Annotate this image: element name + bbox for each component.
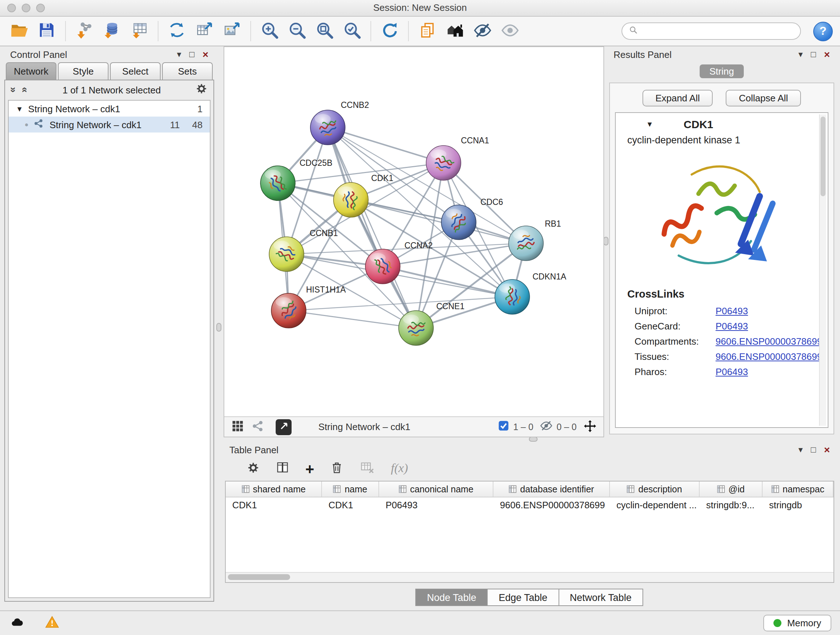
crosslink-label: Pharos: [635, 366, 715, 377]
panel-float-button[interactable]: □ [189, 50, 195, 59]
table-row[interactable]: CDK1 CDK1 P06493 9606.ENSP00000378699 cy… [226, 497, 834, 513]
hide-selected-button[interactable] [470, 19, 494, 43]
tab-select[interactable]: Select [110, 62, 161, 80]
cloud-status-button[interactable] [9, 615, 25, 631]
cloud-icon [9, 620, 25, 631]
move-icon [583, 424, 597, 435]
column-header[interactable]: @id [699, 481, 763, 497]
network-collection-row[interactable]: ▼ String Network – cdk1 1 [9, 101, 210, 117]
expand-all-button[interactable]: Expand All [643, 90, 713, 106]
crosslink-row: Tissues: 9606.ENSP00000378699 [616, 349, 828, 364]
zoom-selected-button[interactable] [340, 19, 364, 43]
network-tab-body: » « 1 of 1 Network selected ▼ String Net… [4, 80, 214, 602]
column-header[interactable]: canonical name [379, 481, 493, 497]
entry-collapse-icon[interactable]: ▼ [646, 120, 653, 128]
string-home-button[interactable] [443, 19, 467, 43]
crosslink-label: Compartments: [635, 336, 715, 347]
import-table-button[interactable] [127, 19, 151, 43]
crosslink-link[interactable]: 9606.ENSP00000378699 [715, 336, 822, 347]
open-session-button[interactable] [7, 19, 31, 43]
zoom-out-button[interactable] [285, 19, 309, 43]
eye-slash-icon [540, 419, 553, 434]
cell-description[interactable]: cyclin-dependent ... [610, 500, 699, 510]
panel-menu-button[interactable]: ▾ [177, 50, 181, 59]
zoom-fit-button[interactable] [313, 19, 336, 43]
network-view-title: String Network – cdk1 [318, 421, 410, 432]
apply-layout-button[interactable] [378, 19, 401, 43]
pan-mode-button[interactable] [583, 419, 597, 435]
panel-float-button[interactable]: □ [811, 445, 816, 454]
new-network-from-selection-button[interactable] [165, 19, 189, 43]
tab-edge-table[interactable]: Edge Table [487, 589, 559, 606]
network-share-button[interactable] [251, 419, 265, 435]
tab-sets[interactable]: Sets [162, 62, 213, 80]
cell-namespace[interactable]: stringdb [763, 500, 834, 510]
zoom-in-button[interactable] [257, 19, 281, 43]
tab-node-table[interactable]: Node Table [415, 589, 488, 606]
cell-canonical-name[interactable]: P06493 [379, 500, 493, 510]
collapse-all-button[interactable]: Collapse All [726, 90, 801, 106]
import-network-file-button[interactable] [73, 19, 96, 43]
question-mark: ? [819, 25, 827, 38]
panel-close-button[interactable]: × [824, 445, 830, 455]
tab-style[interactable]: Style [58, 62, 109, 80]
expand-networks-button[interactable]: » [8, 87, 19, 93]
network-canvas[interactable]: CCNB2CCNA1CDC25BCDK1CDC6RB1CCNB1CCNA2CDK… [224, 47, 603, 416]
export-table-button[interactable] [193, 19, 216, 43]
documents-icon [418, 21, 436, 41]
search-input[interactable] [643, 25, 794, 37]
panel-menu-button[interactable]: ▾ [798, 50, 803, 59]
table-panel-title: Table Panel [229, 444, 279, 455]
column-header[interactable]: database identifier [493, 481, 610, 497]
save-session-button[interactable] [35, 19, 58, 43]
birdseye-view-button[interactable] [231, 419, 245, 435]
selected-nodes-indicator: 1 – 0 [498, 420, 534, 434]
splitter-handle[interactable] [529, 437, 538, 442]
show-columns-button[interactable] [276, 461, 289, 477]
delete-table-button[interactable] [360, 460, 375, 477]
network-row[interactable]: ● String Network – cdk1 11 48 [9, 117, 210, 133]
column-label: @id [729, 484, 745, 494]
table-settings-button[interactable] [247, 461, 260, 476]
help-button[interactable]: ? [813, 21, 833, 41]
panel-close-button[interactable]: × [202, 49, 208, 59]
duplicate-network-button[interactable] [415, 19, 439, 43]
table-horizontal-scrollbar[interactable] [226, 572, 834, 582]
network-options-gear-button[interactable] [195, 82, 208, 97]
function-builder-button[interactable]: f(x) [391, 461, 408, 476]
create-column-button[interactable]: + [305, 461, 314, 476]
open-in-new-window-button[interactable] [276, 419, 292, 435]
results-scrollbar[interactable] [819, 114, 826, 426]
string-results-tab[interactable]: String [699, 65, 744, 78]
cell-database-identifier[interactable]: 9606.ENSP00000378699 [493, 500, 610, 510]
scrollbar-thumb[interactable] [228, 574, 290, 580]
cell-name[interactable]: CDK1 [322, 500, 379, 510]
export-image-button[interactable] [220, 19, 244, 43]
column-header[interactable]: name [322, 481, 379, 497]
cell-id[interactable]: stringdb:9... [699, 500, 763, 510]
panel-float-button[interactable]: □ [811, 50, 816, 59]
import-network-database-button[interactable] [100, 19, 124, 43]
tree-expander-icon[interactable]: ▼ [16, 105, 23, 112]
entry-description: cyclin-dependent kinase 1 [616, 133, 828, 149]
crosslink-link[interactable]: P06493 [715, 306, 748, 317]
crosslink-link[interactable]: P06493 [715, 321, 748, 332]
crosslink-link[interactable]: 9606.ENSP00000378699 [715, 351, 822, 362]
warnings-button[interactable] [44, 615, 60, 631]
memory-button[interactable]: Memory [763, 615, 831, 631]
panel-close-button[interactable]: × [824, 49, 830, 59]
column-label: shared name [253, 484, 306, 494]
show-all-button[interactable] [498, 19, 522, 43]
collapse-networks-button[interactable]: « [19, 87, 31, 93]
delete-column-button[interactable] [330, 460, 344, 477]
column-header[interactable]: namespac [763, 481, 834, 497]
crosslink-link[interactable]: P06493 [715, 366, 748, 377]
network-view-panel: CCNB2CCNA1CDC25BCDK1CDC6RB1CCNB1CCNA2CDK… [224, 46, 604, 437]
column-header[interactable]: description [610, 481, 699, 497]
tab-network-table[interactable]: Network Table [558, 589, 643, 606]
cell-shared-name[interactable]: CDK1 [226, 500, 322, 510]
splitter-handle[interactable] [216, 323, 221, 332]
column-header[interactable]: shared name [226, 481, 322, 497]
panel-menu-button[interactable]: ▾ [798, 445, 803, 454]
tab-network[interactable]: Network [6, 62, 57, 80]
